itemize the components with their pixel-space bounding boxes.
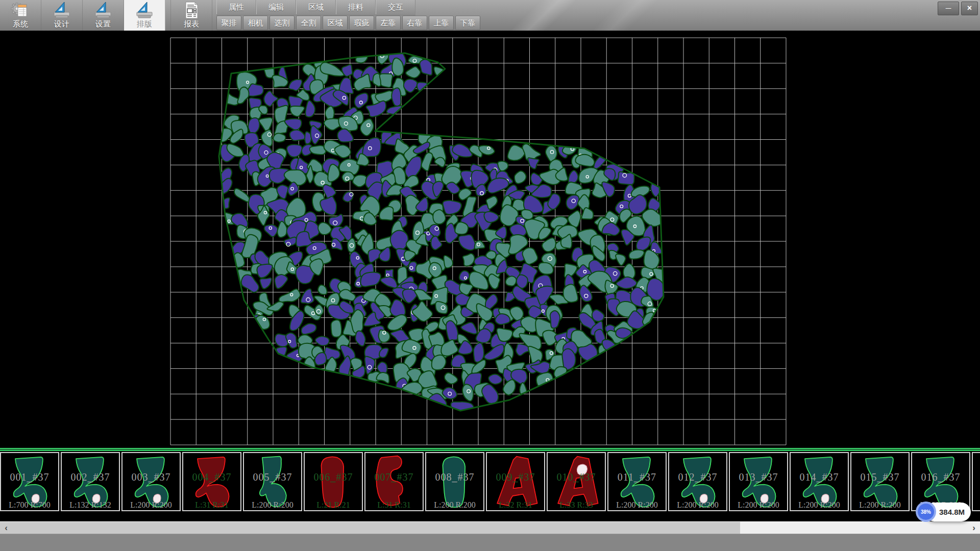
- part-thumbnail-017[interactable]: 017_#37L:200 R:200: [972, 452, 980, 511]
- part-thumbnail-013[interactable]: 013_#37L:200 R:200: [729, 452, 788, 511]
- part-lr-count-label: L:200 R:200: [608, 500, 666, 510]
- part-lr-count-label: L:31 R:31: [365, 500, 423, 510]
- mode-layout-label: 排版: [124, 19, 165, 29]
- part-thumbnail-015[interactable]: 015_#37L:200 R:200: [850, 452, 910, 511]
- mode-settings[interactable]: 设置: [83, 0, 124, 31]
- part-id-label: 008_#37: [426, 471, 483, 483]
- tab-region[interactable]: 区域: [296, 0, 336, 14]
- titlebar-streak: [512, 0, 576, 31]
- part-lr-count-label: L:200 R:200: [244, 500, 301, 510]
- mode-design[interactable]: 设计: [41, 0, 83, 31]
- part-lr-count-label: L:33 R:33: [548, 500, 605, 510]
- mode-settings-label: 设置: [83, 19, 124, 29]
- part-id-label: 013_#37: [730, 471, 787, 483]
- titlebar-streak: [594, 0, 657, 31]
- parts-thumbnail-strip: 001_#37L:700 R:700002_#37L:132 R:132003_…: [0, 451, 980, 521]
- part-lr-count-label: L:200 R:200: [669, 500, 726, 510]
- part-lr-count-label: L:31 R:31: [183, 500, 240, 510]
- part-id-label: 015_#37: [851, 471, 909, 483]
- tool-snap-top[interactable]: 上靠: [429, 16, 454, 30]
- system-gear-icon: [11, 1, 30, 19]
- memory-percent-label: 38%: [918, 504, 934, 520]
- part-thumbnail-011[interactable]: 011_#37L:200 R:200: [607, 452, 667, 511]
- tool-snap-bottom[interactable]: 下靠: [455, 16, 480, 30]
- tool-region[interactable]: 区域: [323, 16, 348, 30]
- part-thumbnail-010[interactable]: 010_#37L:33 R:33: [547, 452, 606, 511]
- tab-edit[interactable]: 编辑: [256, 0, 296, 14]
- report-document-icon: [182, 1, 201, 19]
- part-lr-count-label: L:200 R:200: [973, 500, 980, 510]
- toolbar: 系统设计设置排版报表 属性编辑区域排料交互 聚排相机选割全割区域瑕疵左靠右靠上靠…: [0, 0, 980, 31]
- nesting-canvas[interactable]: [0, 31, 980, 448]
- minimize-button[interactable]: ─: [938, 2, 959, 15]
- tool-cluster-nest[interactable]: 聚排: [216, 16, 241, 30]
- scrollbar-thumb[interactable]: [0, 522, 740, 534]
- triangle-ruler-icon: [135, 1, 154, 19]
- part-id-label: 005_#37: [244, 471, 301, 483]
- menu-tab-bar: 属性编辑区域排料交互: [216, 0, 415, 15]
- mode-system-label: 系统: [0, 19, 41, 29]
- part-id-label: 011_#37: [608, 471, 666, 483]
- tab-interaction[interactable]: 交互: [376, 0, 415, 14]
- part-id-label: 012_#37: [669, 471, 726, 483]
- mode-system[interactable]: 系统: [0, 0, 41, 31]
- part-id-label: 009_#37: [487, 471, 544, 483]
- part-thumbnail-002[interactable]: 002_#37L:132 R:132: [61, 452, 120, 511]
- part-thumbnail-006[interactable]: 006_#37L:21 R:21: [304, 452, 363, 511]
- part-id-label: 014_#37: [791, 471, 848, 483]
- part-id-label: 001_#37: [1, 471, 58, 483]
- tool-button-row: 聚排相机选割全割区域瑕疵左靠右靠上靠下靠: [216, 16, 480, 30]
- part-id-label: 004_#37: [183, 471, 240, 483]
- part-lr-count-label: L:700 R:700: [1, 500, 58, 510]
- part-lr-count-label: L:200 R:200: [426, 500, 483, 510]
- app-window: 系统设计设置排版报表 属性编辑区域排料交互 聚排相机选割全割区域瑕疵左靠右靠上靠…: [0, 0, 980, 551]
- part-lr-count-label: L:32 R:31: [487, 500, 544, 510]
- memory-percent-gauge[interactable]: 38%: [916, 502, 936, 522]
- part-thumbnail-012[interactable]: 012_#37L:200 R:200: [668, 452, 727, 511]
- mode-button-row: 系统设计设置排版报表: [0, 0, 212, 31]
- part-lr-count-label: L:200 R:200: [730, 500, 787, 510]
- triangle-ruler-icon: [93, 1, 113, 19]
- mode-report-label: 报表: [171, 19, 212, 29]
- part-lr-count-label: L:132 R:132: [62, 500, 119, 510]
- part-lr-count-label: L:200 R:200: [791, 500, 848, 510]
- tool-snap-right[interactable]: 右靠: [402, 16, 427, 30]
- tool-snap-left[interactable]: 左靠: [376, 16, 401, 30]
- part-thumbnail-014[interactable]: 014_#37L:200 R:200: [790, 452, 849, 511]
- part-lr-count-label: L:200 R:200: [851, 500, 909, 510]
- tool-cut-all[interactable]: 全割: [296, 16, 321, 30]
- bottom-gray-bar: [0, 534, 980, 551]
- part-id-label: 003_#37: [122, 471, 180, 483]
- part-thumbnail-009[interactable]: 009_#37L:32 R:31: [486, 452, 545, 511]
- tool-camera[interactable]: 相机: [243, 16, 268, 30]
- scroll-right-arrow-icon[interactable]: ›: [969, 522, 979, 534]
- tool-select-cut[interactable]: 选割: [270, 16, 295, 30]
- mode-design-label: 设计: [41, 19, 82, 29]
- tool-defect[interactable]: 瑕疵: [349, 16, 374, 30]
- part-thumbnail-007[interactable]: 007_#37L:31 R:31: [364, 452, 424, 511]
- part-thumbnail-001[interactable]: 001_#37L:700 R:700: [0, 452, 59, 511]
- part-id-label: 010_#37: [548, 471, 605, 483]
- part-thumbnail-005[interactable]: 005_#37L:200 R:200: [243, 452, 302, 511]
- mode-report[interactable]: 报表: [170, 0, 212, 31]
- part-id-label: 002_#37: [62, 471, 119, 483]
- part-id-label: 016_#37: [912, 471, 969, 483]
- triangle-ruler-icon: [52, 1, 71, 19]
- part-thumbnail-003[interactable]: 003_#37L:200 R:200: [121, 452, 181, 511]
- mode-layout[interactable]: 排版: [124, 0, 165, 31]
- tab-properties[interactable]: 属性: [216, 0, 256, 14]
- part-thumbnail-008[interactable]: 008_#37L:200 R:200: [425, 452, 484, 511]
- close-button[interactable]: ×: [961, 2, 978, 15]
- horizontal-scrollbar[interactable]: ‹ ›: [0, 521, 980, 534]
- memory-monitor-badge[interactable]: 384.8M 38%: [916, 502, 936, 522]
- part-id-label: 017_#37: [973, 471, 980, 483]
- scroll-left-arrow-icon[interactable]: ‹: [1, 522, 11, 534]
- tab-nesting[interactable]: 排料: [336, 0, 376, 14]
- part-thumbnail-004[interactable]: 004_#37L:31 R:31: [182, 452, 241, 511]
- window-controls: ─ ×: [938, 2, 978, 15]
- part-id-label: 007_#37: [365, 471, 423, 483]
- part-lr-count-label: L:21 R:21: [305, 500, 362, 510]
- part-lr-count-label: L:200 R:200: [122, 500, 180, 510]
- part-id-label: 006_#37: [305, 471, 362, 483]
